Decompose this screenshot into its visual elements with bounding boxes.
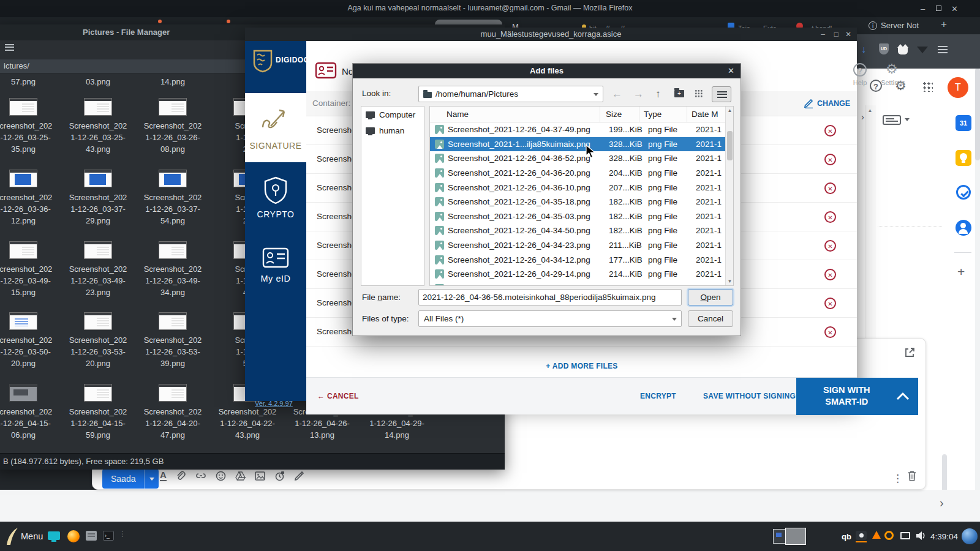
close-icon[interactable]: ✕ xyxy=(728,66,734,75)
minimize-icon[interactable]: – xyxy=(821,30,825,39)
discard-trash-icon[interactable] xyxy=(907,470,917,482)
file-row[interactable]: Screenshot_2021-12-26_04-36-10.png 207..… xyxy=(430,180,725,195)
settings-gear-icon[interactable]: ⚙ xyxy=(886,61,898,77)
file-grid-item[interactable]: Screenshot_202 1-12-26_03-49- 23.png xyxy=(61,241,135,298)
file-name-fragment[interactable]: 14.png xyxy=(135,76,210,88)
file-name-input[interactable]: 2021-12-26_04-36-56.moteisinkohal_88peri… xyxy=(418,289,682,305)
container-file-name[interactable]: Screensho xyxy=(317,327,356,336)
remove-file-icon[interactable] xyxy=(824,240,836,252)
workspace-2[interactable] xyxy=(785,528,806,545)
firefox-tab-server[interactable]: iServer Not xyxy=(869,21,919,30)
scroll-up-icon[interactable]: ▲ xyxy=(866,108,874,113)
minimize-icon[interactable]: – xyxy=(921,4,925,13)
dialog-titlebar[interactable]: Add files ✕ xyxy=(353,64,741,78)
globe-tray-icon[interactable] xyxy=(962,528,978,544)
file-grid-item[interactable]: Screenshot_202 1-12-26_03-25- 43.png xyxy=(61,98,135,155)
file-grid-item[interactable]: Screenshot_202 1-12-26_03-37- 29.png xyxy=(61,170,135,227)
remove-file-icon[interactable] xyxy=(824,154,836,165)
remove-file-icon[interactable] xyxy=(824,298,836,309)
save-without-signing-link[interactable]: SAVE WITHOUT SIGNING xyxy=(703,392,796,400)
desktop-launcher-icon[interactable] xyxy=(48,531,60,540)
keyboard-caret-icon[interactable] xyxy=(905,118,910,121)
sign-with-smart-id-button[interactable]: SIGN WITHSMART-ID xyxy=(796,378,918,415)
container-file-name[interactable]: Screensho xyxy=(317,269,356,279)
screen-recorder-tray-icon[interactable] xyxy=(856,531,867,540)
file-grid-item[interactable]: Screenshot_202 1-12-26_04-15- 06.png xyxy=(0,384,61,441)
cancel-link[interactable]: ← CANCEL xyxy=(317,392,359,400)
display-tray-icon[interactable] xyxy=(900,532,910,539)
cancel-button[interactable]: Cancel xyxy=(688,310,733,327)
tab-signature[interactable]: SIGNATURE xyxy=(245,93,306,162)
file-row[interactable]: Screenshot_2021-1...ilja85kuimaix.png 32… xyxy=(430,137,725,152)
look-in-combobox[interactable]: /home/human/Pictures xyxy=(418,86,603,102)
download-icon[interactable]: ↓ xyxy=(861,44,866,55)
container-file-name[interactable]: Screensho xyxy=(317,212,356,221)
tasks-icon[interactable] xyxy=(956,185,971,200)
files-of-type-combobox[interactable]: All Files (*) xyxy=(418,310,682,327)
more-options-icon[interactable]: ⋮ xyxy=(892,472,903,485)
file-grid-item[interactable]: Screenshot_202 1-12-26_03-49- 34.png xyxy=(135,241,210,298)
file-grid-item[interactable]: Screenshot_202 1-12-26_03-50- 20.png xyxy=(0,312,61,369)
send-options-caret[interactable] xyxy=(144,469,159,489)
menu-button[interactable]: Menu xyxy=(21,531,43,541)
container-file-name[interactable]: Screensho xyxy=(317,298,356,307)
icon-view-icon[interactable] xyxy=(695,89,703,98)
file-name-fragment[interactable]: 03.png xyxy=(61,76,135,88)
change-link[interactable]: CHANGE xyxy=(817,99,850,108)
forward-icon[interactable]: → xyxy=(633,88,644,100)
file-row[interactable]: Screenshot_2021-12-26_04-36-20.png 204..… xyxy=(430,166,725,181)
clock[interactable]: 4:39:04 xyxy=(930,532,958,541)
adblock-shield-icon[interactable]: UD xyxy=(879,43,889,54)
cat-extension-icon[interactable] xyxy=(898,47,908,54)
container-file-name[interactable]: Screensho xyxy=(317,154,356,163)
maximize-icon[interactable]: □ xyxy=(834,30,839,39)
attach-icon[interactable] xyxy=(176,471,186,481)
file-name-fragment[interactable]: 57.png xyxy=(0,76,61,88)
pop-out-icon[interactable] xyxy=(905,347,915,358)
remove-file-icon[interactable] xyxy=(824,269,836,280)
new-tab-button[interactable]: + xyxy=(941,18,947,31)
account-avatar[interactable]: T xyxy=(948,77,968,98)
confidential-mode-icon[interactable] xyxy=(274,471,285,481)
file-row[interactable]: Screenshot_2021-12-26_04-34-12.png 177..… xyxy=(430,252,725,267)
file-row[interactable]: Screenshot_2021-12-26_04-29-14.png 214..… xyxy=(430,267,725,282)
file-grid-item[interactable]: Screenshot_202 1-12-26_03-49- 15.png xyxy=(0,241,61,298)
google-apps-grid-icon[interactable] xyxy=(922,81,933,92)
file-list-scrollbar[interactable]: ▲ ▼ xyxy=(725,107,733,285)
qbittorrent-tray-icon[interactable]: qb xyxy=(842,532,851,541)
path-bar[interactable]: ictures/ xyxy=(0,59,256,73)
window-scrollbar-thumb[interactable] xyxy=(975,69,980,160)
remove-file-icon[interactable] xyxy=(824,326,836,338)
downloader-tray-icon[interactable] xyxy=(884,531,894,540)
drive-icon[interactable] xyxy=(235,471,246,481)
file-row[interactable]: Screenshot_2021-12-26_04-34-23.png 211..… xyxy=(430,238,725,253)
terminal-launcher-icon[interactable]: ›_ xyxy=(103,531,114,541)
file-grid-item[interactable]: Screenshot_202 1-12-26_03-53- 20.png xyxy=(61,312,135,369)
help-icon[interactable]: ? xyxy=(853,63,867,77)
volume-icon[interactable] xyxy=(915,530,926,541)
chevron-right-icon[interactable]: › xyxy=(861,111,864,122)
add-more-files-link[interactable]: + ADD MORE FILES xyxy=(368,362,796,370)
place-item[interactable]: human xyxy=(361,122,424,138)
keep-icon[interactable] xyxy=(956,150,971,166)
close-icon[interactable]: ✕ xyxy=(845,30,851,39)
container-file-name[interactable]: Screensho xyxy=(317,183,356,192)
file-row[interactable]: Screenshot_2021-12-26_04-35-18.png 182..… xyxy=(430,195,725,209)
tab-my-eid[interactable]: My eID xyxy=(245,240,306,301)
container-file-name[interactable]: Screensho xyxy=(317,126,356,135)
scroll-down-icon[interactable]: ▼ xyxy=(726,279,734,284)
signature-pen-icon[interactable] xyxy=(294,471,304,481)
scrollbar-thumb[interactable] xyxy=(727,131,733,160)
file-manager-menu-icon[interactable] xyxy=(5,44,14,51)
keyboard-icon[interactable] xyxy=(883,115,901,125)
remove-file-icon[interactable] xyxy=(824,182,836,194)
file-grid-item[interactable]: Screenshot_202 1-12-26_04-20- 47.png xyxy=(135,384,210,441)
new-folder-icon[interactable]: + xyxy=(674,90,684,97)
send-button-label[interactable]: Saada xyxy=(102,474,144,484)
digidoc-titlebar[interactable]: muu_Mälestustegevused_korraga.asice – □ … xyxy=(245,28,857,41)
vlc-tray-icon[interactable] xyxy=(872,531,881,539)
file-row[interactable]: Screenshot_2021-12-26_04-35-03.png 182..… xyxy=(430,209,725,224)
file-grid-item[interactable]: Screenshot_202 1-12-26_04-15- 59.png xyxy=(61,384,135,441)
calendar-icon[interactable]: 31 xyxy=(956,115,971,131)
send-button[interactable]: Saada xyxy=(102,469,159,489)
